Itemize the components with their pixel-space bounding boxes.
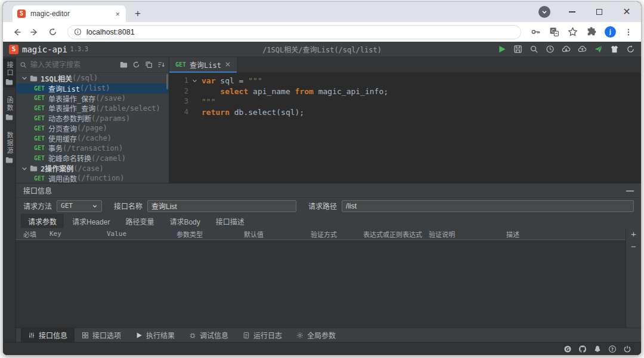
github-icon[interactable]	[578, 345, 587, 353]
tab-request-body[interactable]: 请求Body	[162, 214, 207, 228]
tab-path-variables[interactable]: 路径变量	[118, 214, 161, 228]
editor-tab-active[interactable]: GET 查询List	[169, 57, 237, 73]
tree-item[interactable]: GET 调用函数(/function)	[16, 173, 169, 183]
save-icon[interactable]	[513, 45, 522, 54]
method-badge: GET	[34, 85, 45, 92]
tab-api-options[interactable]: 接口选项	[75, 328, 128, 342]
tree-item[interactable]: GET 单表操作_查询(/table/select)	[16, 103, 169, 113]
tree-item-path: (/cache)	[77, 134, 112, 142]
api-path-input[interactable]	[342, 200, 634, 212]
tab-request-header[interactable]: 请求Header	[65, 214, 117, 228]
bookmark-star-icon[interactable]	[568, 27, 578, 37]
fold-chevron-icon[interactable]	[192, 78, 197, 83]
rail-group-api[interactable]: 接口	[3, 58, 16, 88]
forward-icon[interactable]	[27, 24, 42, 40]
back-icon[interactable]	[9, 24, 24, 40]
browser-toolbar: localhost:8081 G j	[3, 22, 641, 42]
code-line: 1 var sql = """	[169, 76, 641, 86]
method-badge: GET	[34, 115, 45, 122]
tab-run-log[interactable]: 运行日志	[236, 328, 289, 342]
scrollbar-thumb[interactable]	[166, 74, 168, 89]
tree-item-path: (/list)	[80, 84, 110, 92]
params-table-body[interactable]	[16, 240, 626, 328]
grid-icon	[82, 332, 89, 339]
close-button[interactable]: ✕	[621, 6, 633, 18]
download-status-icon[interactable]	[538, 6, 550, 18]
minimize-button[interactable]	[566, 6, 578, 18]
extensions-puzzle-icon[interactable]	[586, 27, 596, 37]
tree-item[interactable]: GET 分页查询(/page)	[16, 123, 169, 133]
profile-avatar[interactable]: j	[605, 26, 616, 38]
new-folder-icon[interactable]	[120, 61, 128, 69]
tab-global-params[interactable]: 全局参数	[289, 328, 343, 342]
close-tab-icon[interactable]	[225, 61, 231, 67]
reload-icon[interactable]	[45, 24, 60, 40]
app-logo: S	[9, 45, 18, 54]
remove-row-button[interactable]: −	[631, 242, 636, 251]
theme-tshirt-icon[interactable]	[610, 45, 619, 54]
folder-icon	[5, 114, 13, 120]
site-info-icon[interactable]	[74, 28, 82, 36]
password-key-icon[interactable]	[531, 27, 541, 37]
tree-item-label: 1SQL相关	[41, 73, 72, 83]
copy-icon[interactable]	[145, 61, 153, 69]
new-tab-button[interactable]: +	[129, 5, 146, 22]
tree-folder[interactable]: 1SQL相关(/sql)	[16, 73, 169, 83]
translate-icon[interactable]: G	[549, 27, 559, 37]
sort-icon[interactable]	[157, 61, 165, 69]
browser-tab[interactable]: S magic-editor ×	[13, 5, 126, 22]
search-input[interactable]	[30, 61, 116, 69]
help-icon[interactable]: ?	[608, 345, 617, 353]
tab-api-info[interactable]: 接口信息	[21, 328, 75, 342]
cloud-download-icon[interactable]	[562, 45, 571, 54]
folder-icon	[30, 75, 38, 82]
add-row-button[interactable]: +	[631, 229, 636, 238]
refresh-icon[interactable]	[626, 45, 635, 54]
code-area[interactable]: 1 var sql = """ 2 select api_name from m…	[169, 73, 641, 183]
tree-item-label: 使用缓存	[48, 133, 77, 144]
tab-close-icon[interactable]: ×	[114, 10, 121, 18]
tab-debug-info[interactable]: 调试信息	[182, 328, 236, 342]
api-name-input[interactable]	[147, 200, 296, 212]
tree-item[interactable]: GET 事务(/transaction)	[16, 144, 169, 154]
chevron-down-icon[interactable]	[21, 74, 28, 82]
rail-label: 接口	[5, 61, 13, 77]
rail-group-function[interactable]: 函数	[3, 94, 16, 123]
collapse-panel-icon[interactable]: —	[626, 186, 634, 195]
push-send-icon[interactable]	[594, 45, 603, 54]
address-bar[interactable]: localhost:8081	[67, 25, 521, 39]
tab-api-description[interactable]: 接口描述	[209, 214, 252, 228]
menu-kebab-icon[interactable]	[624, 27, 633, 37]
refresh-tree-icon[interactable]	[132, 61, 140, 69]
rail-label: 函数	[5, 96, 13, 112]
rail-group-datasource[interactable]: 数据源	[3, 129, 16, 166]
method-select[interactable]: GET	[57, 200, 102, 212]
tree-item-path: (/save)	[95, 94, 126, 102]
col-value: Value	[107, 230, 177, 238]
magic-api-app: S magic-api 1.3.3 /1SQL相关/查询List(/sql/li…	[3, 42, 641, 355]
history-icon[interactable]	[546, 45, 555, 54]
qq-icon[interactable]	[593, 345, 602, 353]
gitee-icon[interactable]: G	[564, 345, 572, 353]
chevron-down-icon[interactable]	[21, 165, 28, 172]
maximize-button[interactable]	[593, 6, 605, 18]
tab-run-result[interactable]: 执行结果	[128, 328, 182, 342]
tree-folder[interactable]: 2操作案例(/case)	[16, 163, 169, 173]
url-text[interactable]: localhost:8081	[86, 28, 135, 36]
tree-item-selected[interactable]: GET 查询List(/list)	[16, 83, 169, 94]
tree-item[interactable]: GET 动态参数判断(/params)	[16, 113, 169, 123]
tree-item-path: (/sql)	[72, 74, 98, 82]
power-icon[interactable]	[623, 345, 631, 353]
cloud-upload-icon[interactable]	[578, 45, 587, 54]
search-icon[interactable]	[530, 45, 538, 54]
tree-item[interactable]: GET 单表操作_保存(/save)	[16, 94, 169, 104]
run-icon[interactable]	[497, 45, 506, 54]
svg-text:G: G	[566, 346, 569, 351]
tree-item-path: (/function)	[77, 174, 124, 182]
tree-item[interactable]: GET 驼峰命名转换(/camel)	[16, 153, 169, 163]
tab-label: 调试信息	[200, 330, 228, 340]
tab-request-params[interactable]: 请求参数	[21, 214, 64, 228]
tree-item[interactable]: GET 使用缓存(/cache)	[16, 133, 169, 144]
method-badge: GET	[34, 155, 45, 161]
col-description: 描述	[506, 229, 626, 239]
